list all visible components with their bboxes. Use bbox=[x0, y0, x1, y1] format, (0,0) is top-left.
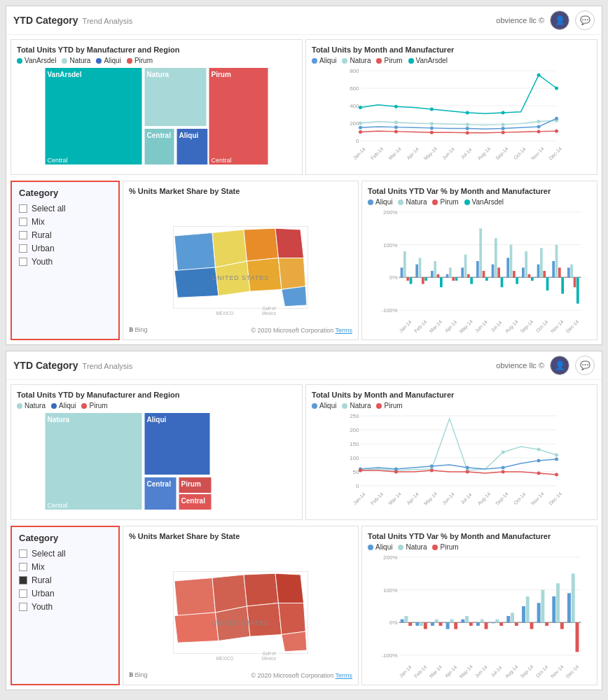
svg-rect-95 bbox=[476, 261, 479, 277]
line-chart-title: Total Units by Month and Manufacturer bbox=[312, 46, 591, 54]
filter-checkbox[interactable] bbox=[19, 258, 27, 266]
legend-dot bbox=[342, 403, 347, 409]
map-title: % Units Market Share by State bbox=[129, 532, 352, 540]
filter-item[interactable]: Select all bbox=[19, 204, 111, 214]
svg-point-38 bbox=[502, 111, 505, 115]
map-svg-container: UNITED STATESMEXICOGulf ofMexico bbox=[129, 543, 352, 671]
legend-dot bbox=[342, 58, 347, 64]
svg-rect-103 bbox=[506, 258, 509, 277]
svg-text:Central: Central bbox=[48, 502, 68, 509]
svg-rect-9 bbox=[209, 67, 269, 165]
filter-item[interactable]: Youth bbox=[19, 257, 111, 267]
filter-item[interactable]: Select all bbox=[19, 549, 111, 559]
svg-text:0: 0 bbox=[356, 483, 359, 489]
filter-checkbox[interactable] bbox=[19, 231, 27, 239]
svg-text:Feb-14: Feb-14 bbox=[370, 491, 385, 506]
svg-text:MEXICO: MEXICO bbox=[216, 656, 234, 661]
legend-label: Natura bbox=[25, 402, 46, 410]
svg-text:Central: Central bbox=[181, 497, 206, 505]
legend-item: Natura bbox=[342, 57, 371, 64]
legend-dot bbox=[17, 403, 22, 409]
svg-rect-116 bbox=[555, 245, 558, 278]
bottom-row: CategorySelect allMixRuralUrbanYouth% Un… bbox=[6, 524, 602, 690]
filter-checkbox[interactable] bbox=[19, 204, 27, 213]
svg-text:May-14: May-14 bbox=[423, 491, 438, 506]
filter-item[interactable]: Mix bbox=[19, 217, 111, 227]
svg-point-55 bbox=[359, 130, 362, 134]
bar-chart-svg-container: 200%100%0%-100%Jan-14Feb-14Mar-14Apr-14M… bbox=[368, 554, 591, 678]
panel-header: YTD CategoryTrend Analysisobvience llc ©… bbox=[6, 351, 602, 380]
filter-item[interactable]: Urban bbox=[19, 244, 111, 253]
svg-point-52 bbox=[502, 127, 505, 130]
svg-rect-204 bbox=[401, 620, 404, 623]
svg-text:Pirum: Pirum bbox=[181, 480, 201, 488]
bar-chart-legend: AliquiNaturaPirum bbox=[368, 543, 591, 551]
filter-item[interactable]: Mix bbox=[19, 562, 111, 572]
svg-rect-98 bbox=[485, 277, 488, 281]
svg-text:50: 50 bbox=[353, 469, 359, 475]
svg-text:Jun-14: Jun-14 bbox=[474, 319, 488, 333]
svg-text:Aug-14: Aug-14 bbox=[504, 319, 520, 335]
line-chart-section: Total Units by Month and ManufacturerAli… bbox=[305, 39, 597, 175]
filter-label: Mix bbox=[32, 217, 45, 227]
terms-link[interactable]: Terms bbox=[336, 327, 353, 334]
filter-label: Rural bbox=[32, 230, 52, 240]
bar-chart-title: Total Units YTD Var % by Month and Manuf… bbox=[368, 187, 591, 195]
filter-checkbox[interactable] bbox=[19, 550, 27, 558]
legend-dot bbox=[398, 200, 403, 205]
svg-point-49 bbox=[394, 125, 398, 129]
legend-label: Pirum bbox=[134, 57, 153, 64]
legend-label: Aliqui bbox=[104, 57, 120, 64]
svg-text:Oct-14: Oct-14 bbox=[513, 491, 527, 505]
svg-rect-100 bbox=[495, 238, 497, 277]
svg-rect-229 bbox=[526, 596, 530, 622]
svg-text:Natura: Natura bbox=[147, 71, 170, 78]
svg-point-59 bbox=[502, 131, 505, 134]
filter-label: Urban bbox=[32, 244, 55, 253]
terms-link[interactable]: Terms bbox=[336, 672, 353, 679]
svg-rect-234 bbox=[552, 596, 555, 622]
treemap-section: Total Units YTD by Manufacturer and Regi… bbox=[11, 384, 303, 520]
svg-rect-207 bbox=[415, 622, 419, 626]
legend-label: Natura bbox=[69, 57, 90, 64]
svg-text:Jun-14: Jun-14 bbox=[441, 146, 455, 160]
svg-rect-97 bbox=[483, 271, 485, 277]
filter-checkbox[interactable] bbox=[19, 563, 27, 571]
svg-point-48 bbox=[359, 126, 362, 130]
svg-rect-102 bbox=[501, 277, 504, 287]
legend-label: Pirum bbox=[440, 198, 458, 206]
svg-point-189 bbox=[537, 472, 541, 475]
svg-point-40 bbox=[555, 87, 558, 90]
svg-point-179 bbox=[430, 465, 434, 468]
filter-checkbox[interactable] bbox=[19, 603, 27, 611]
svg-rect-220 bbox=[481, 620, 484, 623]
legend-item: Natura bbox=[398, 543, 427, 551]
chat-icon-button[interactable]: 💬 bbox=[575, 10, 595, 30]
svg-text:Mar-14: Mar-14 bbox=[429, 319, 443, 334]
svg-rect-81 bbox=[422, 277, 424, 284]
panel-header: YTD CategoryTrend Analysisobvience llc ©… bbox=[6, 6, 602, 35]
filter-item[interactable]: Urban bbox=[19, 589, 111, 598]
chat-icon-button[interactable]: 💬 bbox=[575, 356, 595, 375]
filter-item[interactable]: Rural bbox=[19, 230, 111, 240]
legend-dot bbox=[17, 58, 22, 64]
line-chart-svg-container: 050100150200250Jan-14Feb-14Mar-14Apr-14M… bbox=[312, 412, 591, 514]
person-icon-button[interactable]: 👤 bbox=[550, 356, 569, 375]
svg-point-37 bbox=[466, 111, 469, 115]
svg-text:0%: 0% bbox=[389, 274, 398, 281]
filter-checkbox[interactable] bbox=[19, 576, 27, 584]
filter-checkbox[interactable] bbox=[19, 244, 27, 253]
filter-checkbox[interactable] bbox=[19, 218, 27, 226]
top-row: Total Units YTD by Manufacturer and Regi… bbox=[6, 380, 602, 524]
svg-text:Central: Central bbox=[147, 132, 172, 139]
svg-text:Jul-14: Jul-14 bbox=[490, 665, 503, 678]
filter-checkbox[interactable] bbox=[19, 589, 27, 598]
legend-item: Pirum bbox=[376, 402, 402, 410]
svg-rect-87 bbox=[446, 274, 449, 278]
person-icon-button[interactable]: 👤 bbox=[550, 10, 569, 30]
svg-text:Feb-14: Feb-14 bbox=[413, 664, 428, 679]
filter-item[interactable]: Rural bbox=[19, 575, 111, 585]
svg-rect-99 bbox=[492, 265, 495, 278]
filter-item[interactable]: Youth bbox=[19, 602, 111, 612]
svg-rect-113 bbox=[543, 271, 546, 277]
